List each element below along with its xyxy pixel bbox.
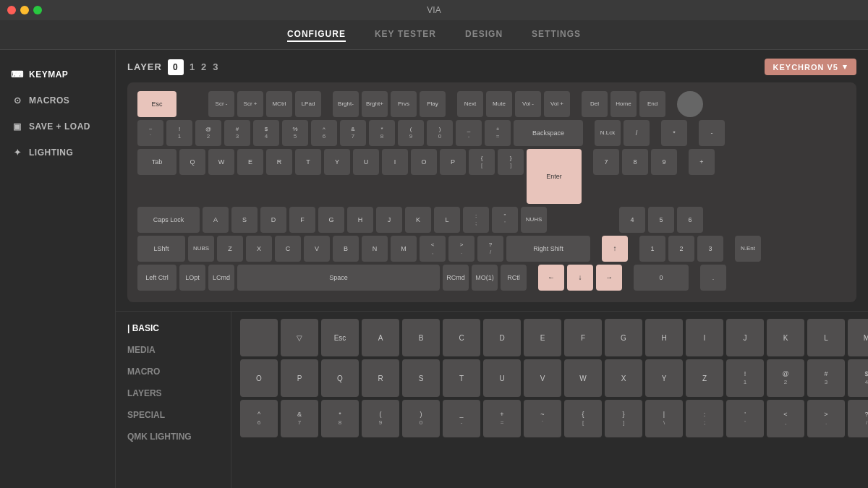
kkey-u[interactable]: U	[483, 359, 521, 397]
key-u[interactable]: U	[353, 149, 379, 175]
key-5[interactable]: %5	[282, 120, 308, 146]
key-h[interactable]: H	[347, 207, 373, 233]
key-down-arrow[interactable]: ↓	[567, 265, 593, 291]
kkey-lcurly[interactable]: {[	[564, 400, 602, 437]
key-num-up[interactable]: ↑	[602, 236, 628, 262]
key-num-plus[interactable]: +	[689, 149, 715, 175]
key-play[interactable]: Play	[420, 91, 446, 117]
key-3[interactable]: #3	[224, 120, 250, 146]
kkey-t[interactable]: T	[443, 359, 480, 397]
key-num-dot[interactable]: .	[700, 265, 726, 291]
key-slash[interactable]: ?/	[477, 236, 503, 262]
key-x[interactable]: X	[246, 236, 272, 262]
keymap-cat-layers[interactable]: LAYERS	[116, 382, 231, 404]
kkey-k[interactable]: K	[767, 319, 804, 356]
kkey-d[interactable]: D	[483, 319, 521, 356]
key-d[interactable]: D	[260, 207, 286, 233]
key-end[interactable]: End	[639, 91, 665, 117]
key-backspace[interactable]: Backspace	[514, 120, 583, 146]
key-y[interactable]: Y	[324, 149, 350, 175]
key-prvs[interactable]: Prvs	[391, 91, 417, 117]
kkey-pipe[interactable]: |\	[645, 400, 683, 437]
kkey-gt[interactable]: >.	[807, 400, 845, 437]
kkey-amp7[interactable]: &7	[281, 400, 318, 437]
key-q[interactable]: Q	[179, 149, 205, 175]
key-del[interactable]: Del	[582, 91, 608, 117]
keymap-cat-qmk[interactable]: QMK LIGHTING	[116, 426, 231, 448]
kkey-star8[interactable]: *8	[321, 400, 359, 437]
key-l[interactable]: L	[434, 207, 460, 233]
kkey-lt[interactable]: <,	[767, 400, 804, 437]
key-home[interactable]: Home	[610, 91, 637, 117]
layer-1-btn[interactable]: 1	[190, 61, 195, 72]
key-tab[interactable]: Tab	[137, 149, 176, 175]
kkey-c[interactable]: C	[443, 319, 480, 356]
key-mctrl[interactable]: MCtrl	[266, 91, 292, 117]
kkey-y[interactable]: Y	[645, 359, 683, 397]
kkey-x[interactable]: X	[605, 359, 642, 397]
kkey-nabla[interactable]: ▽	[281, 319, 318, 356]
key-knob[interactable]	[677, 91, 703, 117]
kkey-j[interactable]: J	[726, 319, 764, 356]
key-space[interactable]: Space	[237, 265, 440, 291]
key-esc[interactable]: Esc	[137, 91, 176, 117]
key-tilde[interactable]: ~`	[137, 120, 163, 146]
key-i[interactable]: I	[382, 149, 408, 175]
key-mo1[interactable]: MO(1)	[472, 265, 498, 291]
key-num-9[interactable]: 9	[651, 149, 677, 175]
keymap-cat-basic[interactable]: BASIC	[116, 317, 231, 339]
key-lshift[interactable]: LShft	[137, 236, 185, 262]
key-num-asterisk[interactable]: *	[661, 120, 687, 146]
key-lcmd[interactable]: LCmd	[208, 265, 234, 291]
kkey-l[interactable]: L	[807, 319, 845, 356]
kkey-m[interactable]: M	[848, 319, 868, 356]
key-next[interactable]: Next	[457, 91, 483, 117]
kkey-caret6[interactable]: ^6	[240, 400, 278, 437]
key-a[interactable]: A	[203, 207, 229, 233]
key-t[interactable]: T	[295, 149, 321, 175]
key-period[interactable]: >.	[448, 236, 475, 262]
key-vol-plus[interactable]: Vol +	[544, 91, 570, 117]
key-num-5[interactable]: 5	[648, 207, 674, 233]
kkey-dollar4[interactable]: $4	[848, 359, 868, 397]
layer-3-btn[interactable]: 3	[213, 61, 218, 72]
key-nuhs[interactable]: NUHS	[521, 207, 547, 233]
key-lbracket[interactable]: {[	[469, 149, 495, 175]
key-7[interactable]: &7	[340, 120, 366, 146]
key-nubs[interactable]: NUBS	[188, 236, 214, 262]
kkey-p[interactable]: P	[281, 359, 318, 397]
key-mute[interactable]: Mute	[486, 91, 512, 117]
kkey-w[interactable]: W	[564, 359, 602, 397]
key-brght-plus[interactable]: Brght+	[362, 91, 388, 117]
keymap-cat-macro[interactable]: MACRO	[116, 361, 231, 382]
sidebar-item-save-load[interactable]: ▣ SAVE + LOAD	[0, 114, 115, 140]
kkey-v[interactable]: V	[524, 359, 561, 397]
kkey-dquote[interactable]: ''	[726, 400, 764, 437]
key-minus[interactable]: _-	[456, 120, 482, 146]
tab-key-tester[interactable]: KEY TESTER	[375, 27, 436, 42]
keymap-cat-special[interactable]: SPECIAL	[116, 404, 231, 426]
key-capslock[interactable]: Caps Lock	[137, 207, 200, 233]
kkey-g[interactable]: G	[605, 319, 642, 356]
kkey-colon[interactable]: :;	[686, 400, 723, 437]
key-num-3[interactable]: 3	[697, 236, 723, 262]
key-w[interactable]: W	[208, 149, 234, 175]
key-num-minus[interactable]: -	[699, 120, 725, 146]
kkey-a[interactable]: A	[362, 319, 399, 356]
key-rcmd[interactable]: RCmd	[443, 265, 469, 291]
key-quote[interactable]: "'	[492, 207, 518, 233]
maximize-dot[interactable]	[33, 6, 42, 14]
key-6[interactable]: ^6	[311, 120, 337, 146]
key-num-6[interactable]: 6	[677, 207, 703, 233]
kkey-lpar9[interactable]: (9	[362, 400, 399, 437]
key-e[interactable]: E	[237, 149, 263, 175]
kkey-o[interactable]: O	[240, 359, 278, 397]
key-vol-minus[interactable]: Vol -	[515, 91, 541, 117]
kkey-pluseq[interactable]: +=	[483, 400, 521, 437]
key-rctl[interactable]: RCtl	[501, 265, 527, 291]
key-4[interactable]: $4	[253, 120, 279, 146]
keymap-cat-media[interactable]: MEDIA	[116, 339, 231, 361]
kkey-e[interactable]: E	[524, 319, 561, 356]
kkey-excl1[interactable]: !1	[726, 359, 764, 397]
key-m[interactable]: M	[391, 236, 417, 262]
